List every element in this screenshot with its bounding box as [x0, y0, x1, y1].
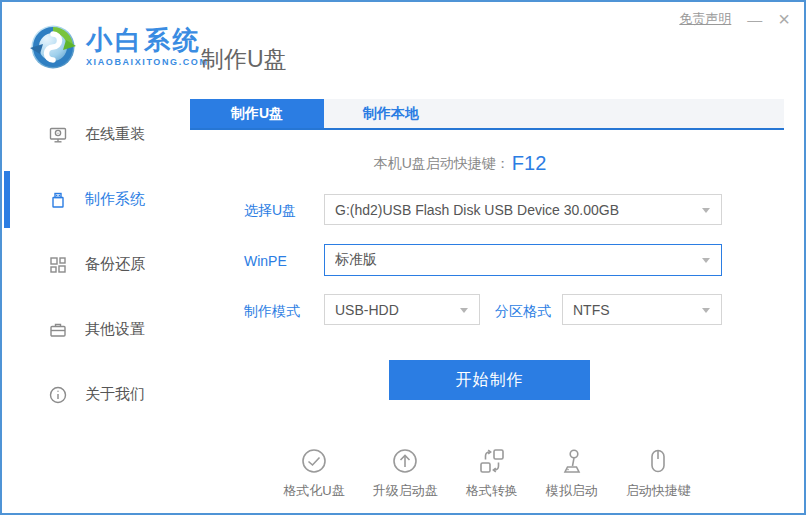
minimize-button[interactable]: —	[747, 12, 762, 27]
start-make-button[interactable]: 开始制作	[389, 360, 590, 400]
winpe-select-value: 标准版	[335, 251, 377, 269]
boot-hotkey-label: 本机U盘启动快捷键：	[374, 155, 510, 171]
sidebar-item-label: 关于我们	[85, 385, 145, 404]
partition-select-value: NTFS	[573, 302, 610, 318]
sidebar-item-label: 在线重装	[85, 125, 145, 144]
sidebar-item-backup-restore[interactable]: 备份还原	[2, 232, 188, 297]
tool-label: 格式化U盘	[283, 482, 344, 500]
info-icon	[48, 385, 68, 405]
mode-select[interactable]: USB-HDD	[324, 294, 480, 325]
joystick-icon	[557, 446, 587, 476]
active-indicator-bar	[4, 171, 10, 228]
tool-format-convert[interactable]: 格式转换	[466, 446, 518, 500]
chevron-down-icon	[460, 308, 468, 313]
monitor-icon	[48, 125, 68, 145]
sidebar-item-make-system[interactable]: 制作系统	[2, 167, 188, 232]
sidebar-item-about-us[interactable]: 关于我们	[2, 362, 188, 427]
logo-sphere-icon	[30, 24, 76, 70]
sidebar-item-online-reinstall[interactable]: 在线重装	[2, 102, 188, 167]
sidebar-item-label: 备份还原	[85, 255, 145, 274]
app-logo: 小白系统 XIAOBAIXITONG.COM	[30, 24, 209, 70]
usb-select[interactable]: G:(hd2)USB Flash Disk USB Device 30.00GB	[324, 194, 722, 225]
sidebar: 在线重装 制作系统	[2, 102, 188, 427]
check-circle-icon	[299, 446, 329, 476]
tool-label: 启动快捷键	[626, 482, 691, 500]
mouse-icon	[643, 446, 673, 476]
arrow-up-circle-icon	[390, 446, 420, 476]
chevron-down-icon	[702, 258, 710, 263]
tool-label: 升级启动盘	[373, 482, 438, 500]
partition-select-label: 分区格式	[495, 303, 551, 321]
close-button[interactable]: ×	[778, 11, 790, 27]
usb-select-label: 选择U盘	[244, 202, 296, 220]
page-title: 制作U盘	[201, 44, 287, 75]
tool-label: 模拟启动	[546, 482, 598, 500]
usb-select-value: G:(hd2)USB Flash Disk USB Device 30.00GB	[335, 202, 619, 218]
briefcase-icon	[48, 320, 68, 340]
convert-icon	[477, 446, 507, 476]
tab-strip: 制作U盘 制作本地	[190, 99, 784, 130]
tool-boot-hotkey[interactable]: 启动快捷键	[626, 446, 691, 500]
brand-text: 小白系统 XIAOBAIXITONG.COM	[86, 27, 209, 67]
boot-hotkey-line: 本机U盘启动快捷键：F12	[190, 152, 730, 175]
grid-icon	[48, 255, 68, 275]
window-controls: 免责声明 — ×	[679, 10, 790, 28]
sidebar-item-label: 制作系统	[85, 190, 145, 209]
tools-row: 格式化U盘 升级启动盘	[190, 446, 784, 500]
chevron-down-icon	[702, 208, 710, 213]
winpe-select-label: WinPE	[244, 253, 287, 269]
tool-upgrade-boot-disk[interactable]: 升级启动盘	[373, 446, 438, 500]
chevron-down-icon	[702, 308, 710, 313]
mode-select-label: 制作模式	[244, 303, 300, 321]
tool-label: 格式转换	[466, 482, 518, 500]
winpe-select[interactable]: 标准版	[324, 244, 722, 276]
app-window: 免责声明 — × 小白系统	[0, 0, 806, 515]
tool-format-usb[interactable]: 格式化U盘	[283, 446, 344, 500]
disclaimer-link[interactable]: 免责声明	[679, 10, 731, 28]
usb-drive-icon	[48, 190, 68, 210]
sidebar-item-label: 其他设置	[85, 320, 145, 339]
brand-domain: XIAOBAIXITONG.COM	[86, 58, 209, 67]
brand-name: 小白系统	[86, 27, 209, 53]
mode-select-value: USB-HDD	[335, 302, 399, 318]
tool-simulate-boot[interactable]: 模拟启动	[546, 446, 598, 500]
tab-make-local[interactable]: 制作本地	[324, 99, 458, 128]
sidebar-item-other-settings[interactable]: 其他设置	[2, 297, 188, 362]
partition-select[interactable]: NTFS	[562, 294, 722, 325]
tab-make-usb[interactable]: 制作U盘	[190, 99, 324, 128]
boot-hotkey-value: F12	[512, 152, 546, 174]
